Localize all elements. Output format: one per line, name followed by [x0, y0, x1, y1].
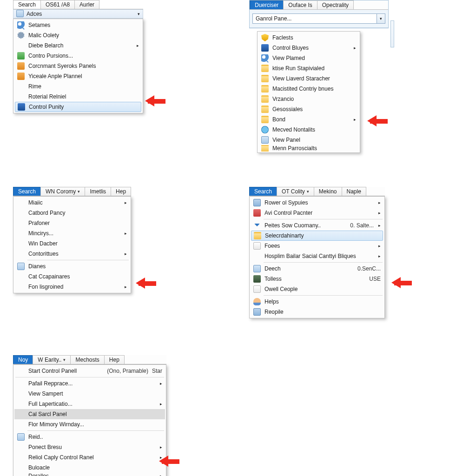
chevron-down-icon[interactable]: ▾: [377, 14, 385, 23]
menu-item[interactable]: View Liaverd Staracher: [258, 73, 359, 84]
folder-icon: [260, 95, 270, 103]
menu-item[interactable]: Helps: [251, 297, 383, 307]
menu-item[interactable]: Contorittues▸: [14, 249, 130, 259]
blank-icon: [16, 443, 26, 451]
menu-item[interactable]: Buloacle: [14, 463, 165, 473]
title-note: (Ono, Pramable): [107, 368, 148, 374]
menu-item[interactable]: Pafail Repprace...▸: [14, 378, 165, 389]
menu-item[interactable]: Deech0.SenC...: [251, 264, 383, 274]
menu-item[interactable]: Menn Parroscialts: [258, 145, 359, 152]
submenu-arrow-icon: ▸: [125, 284, 127, 289]
panel4-tab-2[interactable]: Mekino: [314, 187, 342, 196]
menu-item[interactable]: Roterial Relniel: [14, 92, 142, 102]
menu-item[interactable]: TollessUSE: [251, 274, 383, 284]
menu-item[interactable]: Hosplim Bailar Sacial Canttyi Bliques▸: [251, 251, 383, 261]
menu-item[interactable]: Foees▸: [251, 241, 383, 251]
menu-item-label: Contro Pursions...: [28, 53, 139, 59]
menu-item-label: Mincirys...: [28, 230, 120, 237]
panel3-tab-1[interactable]: WN Coromy▾: [40, 187, 85, 196]
menu-item[interactable]: Macistited Contriy bnues: [258, 84, 359, 94]
panel3-tab-2[interactable]: Imetlis: [85, 187, 111, 196]
panel3-tab-3[interactable]: Hep: [111, 187, 131, 196]
menu-item[interactable]: Peites Sow Cuornany..0. Salte...▸: [251, 220, 383, 231]
menu-item[interactable]: Miaiic▸: [14, 198, 130, 208]
green-icon: [16, 52, 26, 60]
submenu-arrow-icon: ▸: [125, 251, 127, 256]
menu-item-label: Selecrdahinarty: [265, 232, 380, 239]
menu-item[interactable]: Prafoner: [14, 218, 130, 228]
menu-item[interactable]: Control Punity: [15, 102, 141, 112]
title-label: Start Control Panell: [28, 368, 100, 374]
panel2-tab-1[interactable]: Ouface Is: [283, 0, 317, 9]
menu-item[interactable]: Dianes: [14, 261, 130, 271]
blank-icon: [16, 380, 26, 387]
menu-item[interactable]: Full Laperticatio...▸: [14, 399, 165, 409]
panel2-tab-0[interactable]: Duerciser: [250, 0, 284, 9]
blank-icon: [16, 93, 26, 100]
doc-icon: [252, 242, 262, 250]
menu-item[interactable]: Reliol Caply Control Ranel▸: [14, 452, 165, 463]
menu-item[interactable]: Mincirys...▸: [14, 228, 130, 238]
panel4-tab-1[interactable]: OT Colity▾: [277, 187, 314, 196]
panel3-tab-0[interactable]: Search: [13, 187, 41, 196]
panel2-tab-2[interactable]: Opectrality: [317, 0, 354, 9]
app-icon: [252, 308, 262, 316]
submenu-arrow-icon: ▸: [378, 223, 381, 228]
menu-item[interactable]: Mecved Nontalits: [258, 125, 359, 135]
menu-item[interactable]: Doralles▸: [14, 473, 165, 476]
menu-item[interactable]: Rime: [14, 81, 142, 92]
blank-icon: [16, 230, 26, 237]
menu-item[interactable]: Selecrdahinarty: [251, 231, 383, 241]
panel5-tab-2[interactable]: Mechosts: [70, 355, 104, 364]
menu-item[interactable]: Cat Ccapainares: [14, 271, 130, 282]
menu-item[interactable]: Flor Mimory Wirnday...: [14, 419, 165, 430]
menu-item[interactable]: Owell Ceople: [251, 284, 383, 294]
panel4-tab-0[interactable]: Search: [249, 187, 277, 196]
menu-item[interactable]: Reid..: [14, 432, 165, 442]
menu-item[interactable]: Catbord Pancy: [14, 208, 130, 218]
menu-item[interactable]: Malic Oolety: [14, 30, 142, 40]
submenu-arrow-icon: ▸: [125, 231, 127, 236]
menu-item[interactable]: Diebe Belarch▸: [14, 40, 142, 51]
submenu-arrow-icon: ▸: [160, 445, 162, 450]
menu-item[interactable]: Control Bluyes▸: [258, 43, 359, 53]
menu-item[interactable]: Setames: [14, 20, 142, 30]
menu-separator: [264, 295, 383, 296]
menu-item[interactable]: Ponect Bresu▸: [14, 442, 165, 452]
blank-icon: [16, 199, 26, 206]
blank-icon: [16, 390, 26, 397]
panel5-tab-3[interactable]: Hep: [104, 355, 125, 364]
menu-item[interactable]: Yiceale Anple Plannel: [14, 71, 142, 81]
menu-item[interactable]: Vrzancio: [258, 94, 359, 104]
combo-text: Ganrol Pane...: [253, 15, 377, 22]
menu-item[interactable]: Reopile: [251, 307, 383, 317]
menu-item[interactable]: Gesossiales: [258, 104, 359, 114]
panel1-subbar[interactable]: Adces ▾: [13, 9, 143, 19]
panel1-tab-1[interactable]: OS61 /A8: [40, 0, 75, 9]
menu-item[interactable]: View Sampert: [14, 389, 165, 399]
menu-item[interactable]: Fon lisgroined▸: [14, 282, 130, 292]
menu-item-label: Mecved Nontalits: [272, 126, 356, 133]
panel2-address-combo[interactable]: Ganrol Pane... ▾: [252, 13, 385, 24]
panel1-tab-0[interactable]: Search: [13, 0, 41, 9]
panel5-title-row[interactable]: Start Control Panell(Ono, Pramable)Star: [14, 366, 165, 376]
menu-item[interactable]: Win Dacber: [14, 238, 130, 249]
search-icon: [16, 21, 26, 29]
menu-item[interactable]: Faclests: [258, 33, 359, 43]
panel5-tab-1[interactable]: W Earity..▾: [33, 355, 71, 364]
panel5-tab-0[interactable]: Noy: [13, 355, 33, 364]
panel1-tab-2[interactable]: Aurler: [74, 0, 99, 9]
menu-item[interactable]: View Plamed: [258, 53, 359, 63]
menu-item[interactable]: Cal Sarcl Panel: [14, 409, 165, 419]
folder-icon: [260, 106, 270, 113]
menu-separator: [27, 430, 164, 431]
menu-item[interactable]: View Panel: [258, 135, 359, 145]
menu-item[interactable]: Contro Pursions...: [14, 51, 142, 61]
menu-item[interactable]: Corcnmant Syeroks Panels: [14, 61, 142, 71]
menu-item[interactable]: Avi Control Pacnter▸: [251, 208, 383, 218]
panel4-tab-3[interactable]: Naple: [342, 187, 366, 196]
menu-item[interactable]: Rower ol Sypuies▸: [251, 198, 383, 208]
menu-item[interactable]: Bond▸: [258, 114, 359, 125]
panel4-menu: Rower ol Sypuies▸Avi Control Pacnter▸Pei…: [249, 196, 385, 318]
menu-item[interactable]: ktise Run Stapivialed: [258, 63, 359, 73]
